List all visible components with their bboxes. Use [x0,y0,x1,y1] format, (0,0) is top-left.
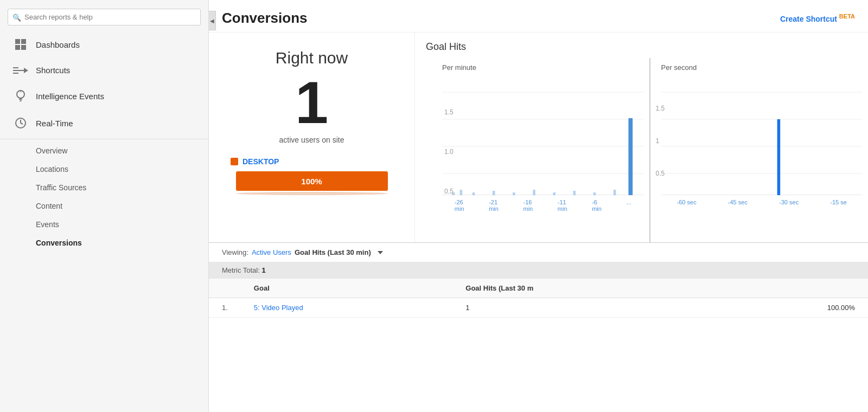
metric-total-row: Metric Total: 1 [209,262,868,279]
x-label-45sec: -45 sec [728,199,748,205]
svg-rect-0 [15,39,20,44]
metric-total-value: 1 [261,266,265,274]
sidebar-sub-events[interactable]: Events [0,215,208,234]
x-label-21min: -21min [489,199,499,212]
x-label-26min: -26min [455,199,464,212]
main-header: Conversions Create Shortcut BETA [209,0,868,33]
goal-link[interactable]: 5: Video Played [254,304,303,312]
svg-rect-25 [533,190,535,195]
sidebar-sub-conversions[interactable]: Conversions [0,234,208,252]
device-label[interactable]: DESKTOP [242,157,279,166]
x-label-ellipsis: ... [627,199,631,212]
svg-rect-24 [513,192,515,195]
data-table: Goal Goal Hits (Last 30 m 1. 5: Video Pl… [209,279,868,318]
sidebar-sub-traffic-sources[interactable]: Traffic Sources [0,178,208,197]
device-bar-wrapper: 100% [236,171,388,191]
col-header-goal[interactable]: Goal [241,279,452,298]
viewing-label: Viewing: [222,248,248,256]
device-legend: DESKTOP [220,157,404,166]
metric-total-label: Metric Total: [222,266,260,274]
sidebar-divider [0,139,208,139]
charts-panel: Goal Hits Per minute 1.5 1.0 0.5 [415,33,868,242]
per-second-chart-svg [661,76,863,195]
search-input[interactable] [8,9,201,25]
sidebar-item-real-time[interactable]: Real-Time [0,110,208,137]
svg-rect-2 [15,45,20,50]
charts-row: Per minute 1.5 1.0 0.5 [415,58,868,242]
col-header-goal-hits[interactable]: Goal Hits (Last 30 m [452,279,716,298]
sidebar-item-intelligence-events[interactable]: Intelligence Events [0,82,208,110]
page-title: Conversions [222,10,308,27]
viewing-goal-hits-label: Goal Hits (Last 30 min) [295,248,371,256]
right-now-label: Right now [276,49,348,67]
goal-hits-title: Goal Hits [415,41,868,58]
x-label-6min: -6min [592,199,602,212]
svg-rect-37 [777,119,780,195]
shortcuts-icon [11,67,30,74]
svg-rect-3 [21,45,26,50]
row-goal-link[interactable]: 5: Video Played [241,298,452,318]
sidebar-item-dashboards[interactable]: Dashboards [0,31,208,58]
col-header-num [209,279,241,298]
svg-rect-9 [19,99,22,100]
chart-per-second: Per second 1.5 1 0.5 [650,58,869,242]
chart-per-minute: Per minute 1.5 1.0 0.5 [415,58,650,242]
sidebar-item-label: Intelligence Events [36,92,104,101]
row-num: 1. [209,298,241,318]
sidebar-sub-overview[interactable]: Overview [0,141,208,160]
chevron-down-icon [378,251,383,254]
table-row: 1. 5: Video Played 1 100.00% [209,298,868,318]
svg-rect-29 [614,190,616,195]
per-minute-label: Per minute [442,63,644,72]
viewing-active-users-link[interactable]: Active Users [252,248,291,256]
svg-rect-31 [629,118,633,195]
active-users-label: active users on site [279,136,344,144]
per-minute-y-labels: 1.5 1.0 0.5 [444,92,454,211]
x-label-15sec: -15 se [830,199,847,205]
svg-rect-21 [460,190,463,195]
col-header-percent [717,279,868,298]
main-content: Conversions Create Shortcut BETA Right n… [209,0,868,412]
svg-rect-26 [553,192,556,195]
sidebar-item-label: Real-Time [36,119,73,128]
svg-rect-10 [20,100,22,101]
device-bar-shadow [236,192,388,195]
x-label-11min: -11min [558,199,567,212]
svg-marker-7 [24,68,28,73]
svg-rect-23 [493,191,495,195]
right-now-panel: Right now 1 active users on site DESKTOP… [209,33,415,242]
active-users-count: 1 [295,73,328,132]
viewing-row: Viewing: Active Users Goal Hits (Last 30… [209,242,868,262]
sidebar-item-label: Shortcuts [36,66,70,75]
sidebar-item-shortcuts[interactable]: Shortcuts [0,58,208,82]
content-body: Right now 1 active users on site DESKTOP… [209,33,868,242]
x-label-30sec: -30 sec [779,199,799,205]
create-shortcut-button[interactable]: Create Shortcut BETA [780,13,855,23]
sidebar: 🔍 Dashboards [0,0,209,412]
svg-line-14 [21,123,23,124]
beta-badge: BETA [839,13,855,20]
device-bar: 100% [236,171,388,191]
clock-icon [11,117,30,129]
sidebar-sub-locations[interactable]: Locations [0,160,208,178]
sidebar-collapse-button[interactable]: ◀ [209,11,216,30]
search-icon: 🔍 [12,13,21,21]
row-percent: 100.00% [717,298,868,318]
per-second-label: Per second [661,63,863,72]
svg-rect-1 [21,39,26,44]
bulb-icon [11,90,30,102]
x-label-60sec: -60 sec [677,199,697,205]
grid-icon [11,38,30,50]
row-goal-hits: 1 [452,298,716,318]
device-color-indicator [231,158,238,165]
x-label-16min: -16min [523,199,533,212]
per-minute-chart-svg [442,76,644,195]
svg-rect-22 [473,192,475,195]
svg-rect-28 [593,192,596,195]
search-container: 🔍 [0,0,208,31]
sidebar-sub-content[interactable]: Content [0,197,208,215]
svg-rect-27 [573,191,576,195]
sidebar-item-label: Dashboards [36,40,80,49]
